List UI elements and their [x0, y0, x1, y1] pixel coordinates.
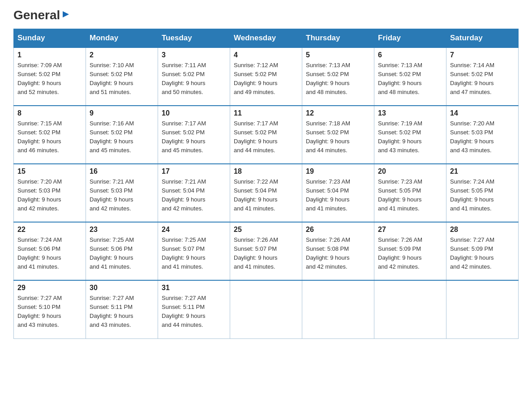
calendar-cell: 19 Sunrise: 7:23 AMSunset: 5:04 PMDaylig… — [302, 164, 374, 222]
day-number: 7 — [450, 51, 515, 59]
day-number: 28 — [450, 226, 515, 234]
day-info: Sunrise: 7:27 AMSunset: 5:09 PMDaylight:… — [450, 236, 494, 270]
calendar-cell: 17 Sunrise: 7:21 AMSunset: 5:04 PMDaylig… — [158, 164, 230, 222]
day-info: Sunrise: 7:20 AMSunset: 5:03 PMDaylight:… — [17, 178, 62, 212]
calendar-cell: 6 Sunrise: 7:13 AMSunset: 5:02 PMDayligh… — [374, 47, 446, 106]
page-header: General — [13, 9, 519, 21]
calendar-cell: 21 Sunrise: 7:24 AMSunset: 5:05 PMDaylig… — [446, 164, 519, 222]
day-number: 24 — [162, 226, 226, 234]
day-info: Sunrise: 7:23 AMSunset: 5:04 PMDaylight:… — [306, 178, 350, 212]
calendar-header-monday: Monday — [86, 29, 158, 48]
calendar-cell: 22 Sunrise: 7:24 AMSunset: 5:06 PMDaylig… — [14, 222, 86, 280]
day-number: 12 — [306, 109, 370, 117]
calendar-header-row: SundayMondayTuesdayWednesdayThursdayFrid… — [14, 29, 519, 48]
calendar-cell: 10 Sunrise: 7:17 AMSunset: 5:02 PMDaylig… — [158, 106, 230, 164]
calendar-cell: 20 Sunrise: 7:23 AMSunset: 5:05 PMDaylig… — [374, 164, 446, 222]
calendar-header-thursday: Thursday — [302, 29, 374, 48]
day-info: Sunrise: 7:24 AMSunset: 5:06 PMDaylight:… — [17, 236, 62, 270]
day-number: 5 — [306, 51, 370, 59]
day-number: 1 — [17, 51, 82, 59]
day-info: Sunrise: 7:09 AMSunset: 5:02 PMDaylight:… — [17, 62, 62, 95]
day-info: Sunrise: 7:26 AMSunset: 5:09 PMDaylight:… — [378, 236, 422, 270]
day-number: 3 — [162, 51, 226, 59]
day-number: 18 — [234, 167, 298, 176]
day-number: 13 — [378, 109, 442, 117]
calendar-cell: 26 Sunrise: 7:26 AMSunset: 5:08 PMDaylig… — [302, 222, 374, 280]
calendar-cell: 16 Sunrise: 7:21 AMSunset: 5:03 PMDaylig… — [86, 164, 158, 222]
day-number: 25 — [234, 226, 298, 234]
day-number: 14 — [450, 109, 515, 117]
calendar-week-1: 1 Sunrise: 7:09 AMSunset: 5:02 PMDayligh… — [14, 47, 519, 106]
day-number: 22 — [17, 226, 82, 234]
day-number: 16 — [90, 167, 154, 176]
day-info: Sunrise: 7:21 AMSunset: 5:03 PMDaylight:… — [90, 178, 134, 212]
calendar-header-tuesday: Tuesday — [158, 29, 230, 48]
calendar-cell: 13 Sunrise: 7:19 AMSunset: 5:02 PMDaylig… — [374, 106, 446, 164]
day-info: Sunrise: 7:27 AMSunset: 5:10 PMDaylight:… — [17, 295, 62, 328]
calendar-cell: 5 Sunrise: 7:13 AMSunset: 5:02 PMDayligh… — [302, 47, 374, 106]
day-number: 26 — [306, 226, 370, 234]
calendar-week-2: 8 Sunrise: 7:15 AMSunset: 5:02 PMDayligh… — [14, 106, 519, 164]
day-info: Sunrise: 7:14 AMSunset: 5:02 PMDaylight:… — [450, 62, 494, 95]
calendar-cell: 8 Sunrise: 7:15 AMSunset: 5:02 PMDayligh… — [14, 106, 86, 164]
day-info: Sunrise: 7:27 AMSunset: 5:11 PMDaylight:… — [162, 295, 206, 328]
day-number: 29 — [17, 284, 82, 292]
calendar-cell: 12 Sunrise: 7:18 AMSunset: 5:02 PMDaylig… — [302, 106, 374, 164]
calendar-cell: 24 Sunrise: 7:25 AMSunset: 5:07 PMDaylig… — [158, 222, 230, 280]
calendar-table: SundayMondayTuesdayWednesdayThursdayFrid… — [13, 29, 519, 339]
day-info: Sunrise: 7:25 AMSunset: 5:06 PMDaylight:… — [90, 236, 134, 270]
calendar-cell: 11 Sunrise: 7:17 AMSunset: 5:02 PMDaylig… — [230, 106, 302, 164]
day-info: Sunrise: 7:20 AMSunset: 5:03 PMDaylight:… — [450, 120, 494, 154]
day-number: 11 — [234, 109, 298, 117]
calendar-cell: 30 Sunrise: 7:27 AMSunset: 5:11 PMDaylig… — [86, 280, 158, 338]
day-number: 2 — [90, 51, 154, 59]
calendar-cell — [230, 280, 302, 338]
day-number: 31 — [162, 284, 226, 292]
day-info: Sunrise: 7:21 AMSunset: 5:04 PMDaylight:… — [162, 178, 206, 212]
calendar-cell: 15 Sunrise: 7:20 AMSunset: 5:03 PMDaylig… — [14, 164, 86, 222]
day-info: Sunrise: 7:18 AMSunset: 5:02 PMDaylight:… — [306, 120, 350, 154]
day-number: 21 — [450, 167, 515, 176]
day-info: Sunrise: 7:26 AMSunset: 5:08 PMDaylight:… — [306, 236, 350, 270]
calendar-cell: 18 Sunrise: 7:22 AMSunset: 5:04 PMDaylig… — [230, 164, 302, 222]
day-info: Sunrise: 7:10 AMSunset: 5:02 PMDaylight:… — [90, 62, 134, 95]
day-info: Sunrise: 7:17 AMSunset: 5:02 PMDaylight:… — [234, 120, 278, 154]
calendar-cell: 1 Sunrise: 7:09 AMSunset: 5:02 PMDayligh… — [14, 47, 86, 106]
calendar-header-sunday: Sunday — [14, 29, 86, 48]
logo-icon — [61, 9, 71, 19]
day-number: 15 — [17, 167, 82, 176]
calendar-cell: 23 Sunrise: 7:25 AMSunset: 5:06 PMDaylig… — [86, 222, 158, 280]
calendar-cell: 31 Sunrise: 7:27 AMSunset: 5:11 PMDaylig… — [158, 280, 230, 338]
day-number: 23 — [90, 226, 154, 234]
calendar-cell: 2 Sunrise: 7:10 AMSunset: 5:02 PMDayligh… — [86, 47, 158, 106]
day-number: 17 — [162, 167, 226, 176]
calendar-week-5: 29 Sunrise: 7:27 AMSunset: 5:10 PMDaylig… — [14, 280, 519, 338]
day-info: Sunrise: 7:15 AMSunset: 5:02 PMDaylight:… — [17, 120, 62, 154]
day-number: 27 — [378, 226, 442, 234]
calendar-cell: 3 Sunrise: 7:11 AMSunset: 5:02 PMDayligh… — [158, 47, 230, 106]
svg-marker-0 — [63, 11, 69, 17]
day-number: 10 — [162, 109, 226, 117]
day-number: 9 — [90, 109, 154, 117]
calendar-cell: 28 Sunrise: 7:27 AMSunset: 5:09 PMDaylig… — [446, 222, 519, 280]
calendar-cell: 25 Sunrise: 7:26 AMSunset: 5:07 PMDaylig… — [230, 222, 302, 280]
day-info: Sunrise: 7:26 AMSunset: 5:07 PMDaylight:… — [234, 236, 278, 270]
day-info: Sunrise: 7:22 AMSunset: 5:04 PMDaylight:… — [234, 178, 278, 212]
day-info: Sunrise: 7:23 AMSunset: 5:05 PMDaylight:… — [378, 178, 422, 212]
calendar-header-friday: Friday — [374, 29, 446, 48]
calendar-header-wednesday: Wednesday — [230, 29, 302, 48]
day-info: Sunrise: 7:24 AMSunset: 5:05 PMDaylight:… — [450, 178, 494, 212]
day-number: 8 — [17, 109, 82, 117]
day-number: 4 — [234, 51, 298, 59]
day-info: Sunrise: 7:13 AMSunset: 5:02 PMDaylight:… — [306, 62, 350, 95]
logo: General — [13, 9, 71, 21]
calendar-cell: 27 Sunrise: 7:26 AMSunset: 5:09 PMDaylig… — [374, 222, 446, 280]
day-number: 20 — [378, 167, 442, 176]
calendar-cell — [446, 280, 519, 338]
day-info: Sunrise: 7:19 AMSunset: 5:02 PMDaylight:… — [378, 120, 422, 154]
calendar-cell: 9 Sunrise: 7:16 AMSunset: 5:02 PMDayligh… — [86, 106, 158, 164]
calendar-cell — [374, 280, 446, 338]
day-number: 30 — [90, 284, 154, 292]
calendar-header-saturday: Saturday — [446, 29, 519, 48]
day-info: Sunrise: 7:17 AMSunset: 5:02 PMDaylight:… — [162, 120, 206, 154]
